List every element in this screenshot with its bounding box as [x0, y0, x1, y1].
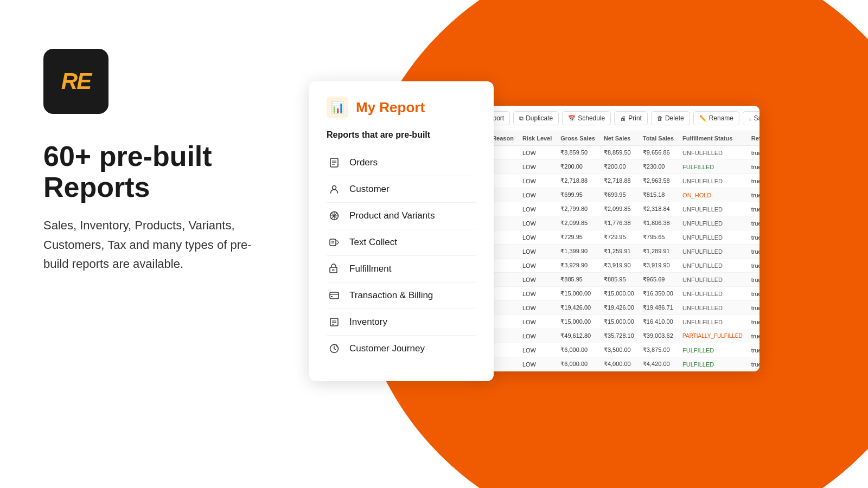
- table-cell: LOW: [518, 160, 556, 174]
- table-cell: true: [747, 287, 760, 301]
- table-cell: true: [747, 329, 760, 343]
- table-cell: ₹2,718.88: [556, 174, 599, 188]
- table-row: N/ALOW₹15,000.00₹15,000.00₹16,350.00UNFU…: [467, 287, 760, 301]
- table-cell: ₹4,000.00: [599, 357, 639, 371]
- table-cell: ₹699.95: [599, 188, 639, 202]
- table-row: N/ALOW₹1,399.90₹1,259.91₹1,289.91UNFULFI…: [467, 245, 760, 259]
- table-cell: true: [747, 160, 760, 174]
- schedule-icon: 📅: [568, 115, 576, 122]
- save-icon: ↓: [749, 115, 752, 121]
- table-cell: ₹815.18: [639, 188, 678, 202]
- table-cell: UNFULFILLED: [678, 273, 747, 287]
- table-cell: ₹35,728.10: [599, 329, 639, 343]
- table-cell: ON_HOLD: [678, 188, 747, 202]
- table-cell: PARTIALLY_FULFILLED: [678, 329, 747, 343]
- customer-icon: [327, 182, 342, 197]
- logo-box: RE: [43, 49, 108, 114]
- delete-label: Delete: [665, 114, 684, 122]
- table-cell: true: [747, 273, 760, 287]
- report-card: 📊 My Report Reports that are pre-built O…: [309, 81, 494, 381]
- table-cell: true: [747, 301, 760, 315]
- col-refundal: Refundal: [747, 131, 760, 146]
- table-cell: UNFULFILLED: [678, 287, 747, 301]
- table-row: N/ALOW₹49,612.80₹35,728.10₹39,003.62PART…: [467, 329, 760, 343]
- table-cell: true: [747, 315, 760, 329]
- table-cell: ₹16,350.00: [639, 287, 678, 301]
- col-fulfillment-status: Fulfillment Status: [678, 131, 747, 146]
- table-row: N/ALOW₹19,426.00₹19,426.00₹19,486.71UNFU…: [467, 301, 760, 315]
- table-row: N/ALOW₹699.95₹699.95₹815.18ON_HOLDtrue: [467, 188, 760, 202]
- table-row: N/ALOW₹3,929.90₹3,919.90₹3,919.90UNFULFI…: [467, 259, 760, 273]
- table-cell: ₹4,420.00: [639, 357, 678, 371]
- table-cell: UNFULFILLED: [678, 301, 747, 315]
- table-cell: true: [747, 357, 760, 371]
- table-cell: LOW: [518, 273, 556, 287]
- duplicate-button[interactable]: ⧉ Duplicate: [513, 111, 559, 125]
- transaction-billing-icon: [327, 288, 342, 303]
- list-item[interactable]: Customer: [327, 176, 476, 203]
- customer-journey-label: Customer Journey: [349, 343, 425, 354]
- duplicate-label: Duplicate: [526, 114, 553, 122]
- table-cell: LOW: [518, 315, 556, 329]
- svg-point-10: [333, 269, 334, 271]
- table-cell: ₹15,000.00: [599, 315, 639, 329]
- svg-rect-6: [330, 239, 336, 246]
- table-cell: ₹729.95: [599, 230, 639, 245]
- fulfillment-label: Fulfillment: [349, 264, 391, 274]
- list-item[interactable]: Text Collect: [327, 229, 476, 256]
- inventory-icon: [327, 314, 342, 330]
- table-cell: FULFILLED: [678, 160, 747, 174]
- headline-line2: Reports: [43, 171, 150, 203]
- duplicate-icon: ⧉: [519, 115, 524, 122]
- logo-text: RE: [61, 68, 91, 94]
- table-cell: ₹1,399.90: [556, 245, 599, 259]
- list-item[interactable]: Product and Variants: [327, 203, 476, 229]
- delete-button[interactable]: 🗑 Delete: [651, 111, 690, 125]
- table-cell: UNFULFILLED: [678, 202, 747, 216]
- table-row: N/ALOW₹6,000.00₹3,500.00₹3,875.00FULFILL…: [467, 343, 760, 357]
- customer-journey-icon: [327, 341, 342, 356]
- list-item[interactable]: Transaction & Billing: [327, 282, 476, 309]
- transaction-billing-label: Transaction & Billing: [349, 290, 433, 301]
- table-cell: ₹6,000.00: [556, 357, 599, 371]
- table-cell: ₹19,486.71: [639, 301, 678, 315]
- table-cell: FULFILLED: [678, 343, 747, 357]
- table-cell: ₹8,859.50: [599, 146, 639, 160]
- table-cell: ₹8,859.50: [556, 146, 599, 160]
- save-button[interactable]: ↓ Save: [743, 111, 760, 125]
- schedule-button[interactable]: 📅 Schedule: [562, 111, 611, 125]
- table-cell: ₹9,656.86: [639, 146, 678, 160]
- table-cell: LOW: [518, 301, 556, 315]
- left-section: RE 60+ pre-built Reports Sales, Inventor…: [43, 49, 277, 273]
- table-cell: LOW: [518, 174, 556, 188]
- table-cell: LOW: [518, 146, 556, 160]
- table-cell: LOW: [518, 259, 556, 273]
- data-table-container: Cancel Reason Risk Level Gross Sales Net…: [467, 131, 760, 371]
- list-item[interactable]: Inventory: [327, 309, 476, 336]
- text-collect-icon: [327, 235, 342, 250]
- list-item[interactable]: Fulfillment: [327, 256, 476, 282]
- headline: 60+ pre-built Reports: [43, 141, 277, 203]
- table-cell: ₹729.95: [556, 230, 599, 245]
- table-row: N/ALOW₹6,000.00₹4,000.00₹4,420.00FULFILL…: [467, 357, 760, 371]
- table-cell: ₹699.95: [556, 188, 599, 202]
- table-cell: true: [747, 245, 760, 259]
- headline-line1: 60+ pre-built: [43, 140, 212, 172]
- table-cell: ₹2,799.80: [556, 202, 599, 216]
- table-cell: UNFULFILLED: [678, 230, 747, 245]
- table-row: N/ALOW₹885.95₹885.95₹965.69UNFULFILLEDtr…: [467, 273, 760, 287]
- table-cell: LOW: [518, 202, 556, 216]
- table-row: N/ALOW₹8,859.50₹8,859.50₹9,656.86UNFULFI…: [467, 146, 760, 160]
- list-item[interactable]: Customer Journey: [327, 336, 476, 362]
- schedule-label: Schedule: [578, 114, 605, 122]
- table-cell: ₹885.95: [556, 273, 599, 287]
- table-cell: UNFULFILLED: [678, 259, 747, 273]
- table-panel: ↑ Export ⧉ Duplicate 📅 Schedule 🖨 Print …: [467, 106, 760, 371]
- rename-button[interactable]: ✏️ Rename: [693, 111, 739, 125]
- table-cell: ₹3,875.00: [639, 343, 678, 357]
- print-button[interactable]: 🖨 Print: [614, 111, 648, 125]
- save-label: Save: [754, 114, 760, 122]
- table-cell: ₹3,500.00: [599, 343, 639, 357]
- table-cell: LOW: [518, 329, 556, 343]
- list-item[interactable]: Orders: [327, 150, 476, 176]
